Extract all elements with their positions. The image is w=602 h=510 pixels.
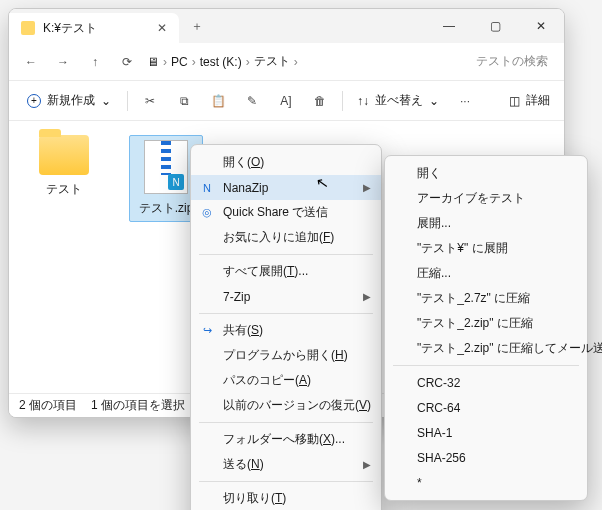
crumb-folder[interactable]: テスト: [254, 53, 290, 70]
crumb-pc[interactable]: PC: [171, 55, 188, 69]
menu-item[interactable]: "テスト¥" に展開: [385, 236, 587, 261]
menu-item[interactable]: フォルダーへ移動(X)...: [191, 427, 381, 452]
minimize-button[interactable]: —: [426, 9, 472, 43]
menu-item[interactable]: 圧縮...: [385, 261, 587, 286]
sort-label: 並べ替え: [375, 92, 423, 109]
menu-item-icon: ◎: [200, 206, 214, 219]
menu-item[interactable]: 以前のバージョンの復元(V): [191, 393, 381, 418]
menu-separator: [199, 254, 373, 255]
copy-button[interactable]: ⧉: [168, 87, 200, 115]
crumb-sep: ›: [163, 55, 167, 69]
cut-button[interactable]: ✂: [134, 87, 166, 115]
menu-item[interactable]: パスのコピー(A): [191, 368, 381, 393]
refresh-button[interactable]: ⟳: [111, 47, 143, 77]
paste-button[interactable]: 📋: [202, 87, 234, 115]
menu-item[interactable]: "テスト_2.zip" に圧縮してメール送信: [385, 336, 587, 361]
menu-item-label: パスのコピー(A): [223, 372, 311, 389]
menu-item[interactable]: 開く(O): [191, 150, 381, 175]
menu-item-label: 開く(O): [223, 154, 264, 171]
menu-item-label: CRC-32: [417, 376, 460, 390]
new-button[interactable]: + 新規作成 ⌄: [17, 87, 121, 115]
submenu-arrow-icon: ▶: [363, 459, 371, 470]
menu-item-label: プログラムから開く(H): [223, 347, 348, 364]
back-button[interactable]: ←: [15, 47, 47, 77]
menu-item[interactable]: NNanaZip▶: [191, 175, 381, 200]
new-label: 新規作成: [47, 92, 95, 109]
menu-item-label: Quick Share で送信: [223, 204, 328, 221]
zip-icon: [144, 140, 188, 194]
menu-separator: [199, 481, 373, 482]
menu-separator: [199, 422, 373, 423]
details-icon: ◫: [509, 94, 520, 108]
menu-item-label: SHA-256: [417, 451, 466, 465]
search-input[interactable]: テストの検索: [466, 53, 558, 70]
menu-item-label: 切り取り(T): [223, 490, 286, 507]
menu-item[interactable]: アーカイブをテスト: [385, 186, 587, 211]
crumb-drive[interactable]: test (K:): [200, 55, 242, 69]
menu-item[interactable]: プログラムから開く(H): [191, 343, 381, 368]
menu-item-label: アーカイブをテスト: [417, 190, 525, 207]
nav-bar: ← → ↑ ⟳ 🖥 › PC › test (K:) › テスト › テストの検…: [9, 43, 564, 81]
menu-item[interactable]: *: [385, 470, 587, 495]
menu-item-label: SHA-1: [417, 426, 452, 440]
close-button[interactable]: ✕: [518, 9, 564, 43]
menu-item-label: 送る(N): [223, 456, 264, 473]
menu-item[interactable]: 展開...: [385, 211, 587, 236]
new-tab-button[interactable]: ＋: [179, 9, 215, 43]
menu-item[interactable]: 送る(N)▶: [191, 452, 381, 477]
forward-button[interactable]: →: [47, 47, 79, 77]
menu-item-label: 圧縮...: [417, 265, 451, 282]
menu-item-label: "テスト_2.zip" に圧縮してメール送信: [417, 340, 602, 357]
status-selection: 1 個の項目を選択: [91, 397, 185, 414]
share-button[interactable]: A]: [270, 87, 302, 115]
menu-item-icon: ↪: [200, 324, 214, 337]
submenu-arrow-icon: ▶: [363, 291, 371, 302]
window-controls: — ▢ ✕: [426, 9, 564, 43]
menu-item[interactable]: すべて展開(T)...: [191, 259, 381, 284]
menu-item[interactable]: CRC-64: [385, 395, 587, 420]
delete-button[interactable]: 🗑: [304, 87, 336, 115]
sort-button[interactable]: ↑↓ 並べ替え ⌄: [349, 92, 447, 109]
crumb-sep: ›: [294, 55, 298, 69]
more-button[interactable]: ···: [449, 87, 481, 115]
menu-item-label: CRC-64: [417, 401, 460, 415]
menu-item[interactable]: 切り取り(T): [191, 486, 381, 510]
menu-item[interactable]: "テスト_2.zip" に圧縮: [385, 311, 587, 336]
tab-active[interactable]: K:¥テスト ✕: [9, 13, 179, 43]
maximize-button[interactable]: ▢: [472, 9, 518, 43]
menu-item[interactable]: SHA-1: [385, 420, 587, 445]
menu-item-label: 開く: [417, 165, 441, 182]
context-menu[interactable]: 開く(O)NNanaZip▶◎Quick Share で送信お気に入りに追加(F…: [190, 144, 382, 510]
menu-item[interactable]: お気に入りに追加(F): [191, 225, 381, 250]
item-label: テスト: [46, 181, 82, 198]
menu-item[interactable]: "テスト_2.7z" に圧縮: [385, 286, 587, 311]
menu-item-label: NanaZip: [223, 181, 268, 195]
divider: [127, 91, 128, 111]
menu-item-label: "テスト¥" に展開: [417, 240, 508, 257]
menu-item[interactable]: ↪共有(S): [191, 318, 381, 343]
menu-item[interactable]: SHA-256: [385, 445, 587, 470]
breadcrumb[interactable]: 🖥 › PC › test (K:) › テスト ›: [147, 53, 466, 70]
pc-icon: 🖥: [147, 55, 159, 69]
menu-separator: [199, 313, 373, 314]
up-button[interactable]: ↑: [79, 47, 111, 77]
tab-close-icon[interactable]: ✕: [157, 21, 167, 35]
tab-title: K:¥テスト: [43, 20, 97, 37]
menu-item-label: "テスト_2.7z" に圧縮: [417, 290, 530, 307]
item-label: テスト.zip: [139, 200, 194, 217]
folder-item[interactable]: テスト: [27, 135, 101, 198]
submenu-arrow-icon: ▶: [363, 182, 371, 193]
crumb-sep: ›: [246, 55, 250, 69]
rename-button[interactable]: ✎: [236, 87, 268, 115]
context-submenu-nanazip[interactable]: 開くアーカイブをテスト展開..."テスト¥" に展開圧縮..."テスト_2.7z…: [384, 155, 588, 501]
menu-item[interactable]: ◎Quick Share で送信: [191, 200, 381, 225]
menu-item[interactable]: 開く: [385, 161, 587, 186]
details-button[interactable]: ◫ 詳細: [503, 92, 556, 109]
menu-item[interactable]: 7-Zip▶: [191, 284, 381, 309]
menu-separator: [393, 365, 579, 366]
toolbar: + 新規作成 ⌄ ✂ ⧉ 📋 ✎ A] 🗑 ↑↓ 並べ替え ⌄ ··· ◫ 詳細: [9, 81, 564, 121]
menu-item-icon: N: [200, 182, 214, 194]
menu-item-label: お気に入りに追加(F): [223, 229, 334, 246]
plus-icon: +: [27, 94, 41, 108]
menu-item[interactable]: CRC-32: [385, 370, 587, 395]
